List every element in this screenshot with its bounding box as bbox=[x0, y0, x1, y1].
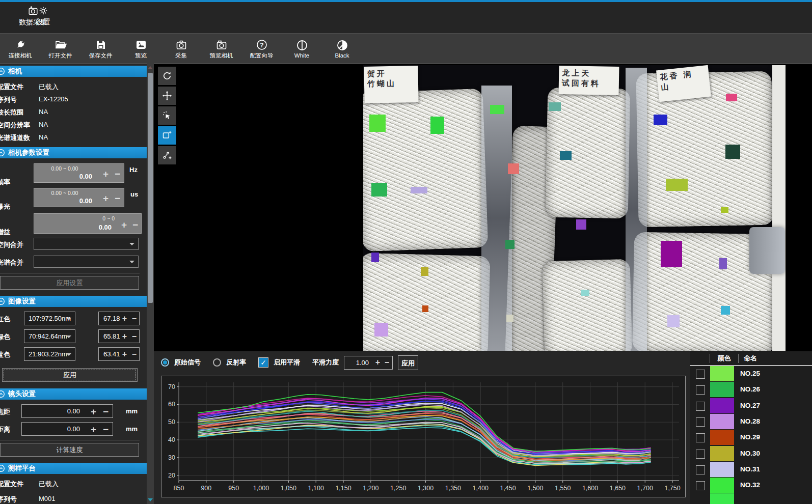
roi-rect[interactable] bbox=[371, 253, 379, 262]
roi-visibility-checkbox[interactable] bbox=[696, 385, 705, 395]
add-roi-tool-button[interactable] bbox=[158, 126, 176, 145]
roi-rect[interactable] bbox=[421, 267, 428, 276]
increment-button[interactable]: + bbox=[91, 407, 96, 416]
red-gain-input[interactable]: 67.18 + − bbox=[98, 312, 140, 325]
roi-rect[interactable] bbox=[422, 305, 428, 312]
apply-image-settings-button[interactable]: 应用 bbox=[2, 368, 138, 382]
roi-color-swatch[interactable] bbox=[710, 430, 734, 445]
roi-rect[interactable] bbox=[667, 315, 680, 327]
roi-visibility-checkbox[interactable] bbox=[696, 450, 705, 459]
roi-visibility-checkbox[interactable] bbox=[696, 370, 705, 379]
section-header-camera-params[interactable]: 相机参数设置 bbox=[0, 147, 147, 158]
enable-smoothing-checkbox[interactable]: ✓ bbox=[258, 357, 268, 368]
increment-button[interactable]: + bbox=[121, 220, 127, 230]
roi-rect[interactable] bbox=[666, 179, 688, 191]
decrement-button[interactable]: − bbox=[103, 425, 109, 434]
roi-rect[interactable] bbox=[661, 241, 682, 267]
decrement-button[interactable]: − bbox=[132, 220, 138, 230]
capture-button[interactable]: 采集 bbox=[161, 36, 201, 62]
roi-color-swatch[interactable] bbox=[710, 366, 734, 381]
roi-color-swatch[interactable] bbox=[710, 382, 734, 397]
decrement-button[interactable]: − bbox=[132, 332, 137, 341]
green-band-select[interactable]: 70:942.64nm bbox=[24, 329, 75, 343]
focal-length-input[interactable]: 0.00 + − bbox=[21, 404, 113, 418]
green-gain-input[interactable]: 65.81 + − bbox=[98, 329, 140, 343]
roi-rect[interactable] bbox=[506, 315, 513, 322]
red-band-select[interactable]: 107:972.50nm bbox=[24, 312, 75, 325]
gain-input[interactable]: 0 ~ 0 0.00 + − bbox=[34, 213, 142, 234]
section-header-camera[interactable]: 相机 bbox=[0, 66, 147, 77]
section-header-image-settings[interactable]: 图像设置 bbox=[0, 296, 147, 307]
blue-band-select[interactable]: 21:903.22nm bbox=[24, 347, 75, 361]
roi-color-swatch[interactable] bbox=[710, 446, 734, 461]
roi-rect[interactable] bbox=[721, 207, 728, 213]
add-polyline-tool-button[interactable] bbox=[158, 146, 176, 164]
roi-rect[interactable] bbox=[654, 115, 667, 125]
pan-tool-button[interactable] bbox=[158, 87, 176, 105]
roi-rect[interactable] bbox=[490, 105, 504, 114]
roi-color-swatch[interactable] bbox=[710, 478, 734, 493]
reflectance-radio[interactable] bbox=[213, 358, 221, 367]
exposure-input[interactable]: 0.00 ~ 0.00 0.00 + − bbox=[34, 188, 124, 207]
roi-rect[interactable] bbox=[726, 94, 737, 101]
sidebar-scrollbar[interactable] bbox=[147, 64, 154, 504]
roi-rect[interactable] bbox=[725, 145, 740, 159]
roi-visibility-checkbox[interactable] bbox=[696, 402, 705, 411]
roi-rect[interactable] bbox=[549, 102, 561, 111]
save-file-button[interactable]: 保存文件 bbox=[80, 36, 121, 62]
increment-button[interactable]: + bbox=[103, 193, 109, 203]
distance-input[interactable]: 0.00 + − bbox=[21, 422, 113, 436]
blue-gain-input[interactable]: 63.41 + − bbox=[98, 347, 140, 361]
increment-button[interactable]: + bbox=[122, 315, 127, 323]
roi-rect[interactable] bbox=[560, 151, 572, 160]
roi-color-swatch[interactable] bbox=[710, 398, 734, 413]
smoothing-strength-input[interactable]: 1.00 + − bbox=[344, 356, 393, 370]
connect-camera-button[interactable]: 连接相机 bbox=[0, 36, 40, 62]
white-calibration-button[interactable]: White bbox=[282, 36, 322, 62]
spatial-binning-select[interactable] bbox=[34, 238, 139, 250]
roi-color-swatch[interactable] bbox=[710, 414, 734, 429]
apply-smoothing-button[interactable]: 应用 bbox=[398, 355, 418, 370]
refresh-view-button[interactable] bbox=[158, 67, 176, 85]
decrement-button[interactable]: − bbox=[115, 193, 120, 203]
roi-rect[interactable] bbox=[371, 183, 387, 197]
increment-button[interactable]: + bbox=[103, 169, 109, 179]
apply-camera-settings-button[interactable]: 应用设置 bbox=[0, 276, 139, 290]
roi-rect[interactable] bbox=[505, 240, 515, 249]
section-header-lens[interactable]: 镜头设置 bbox=[0, 388, 147, 400]
roi-rect[interactable] bbox=[430, 117, 444, 134]
roi-visibility-checkbox[interactable] bbox=[696, 433, 705, 442]
calculate-speed-button[interactable]: 计算速度 bbox=[0, 443, 139, 457]
roi-rect[interactable] bbox=[411, 187, 427, 193]
roi-color-swatch[interactable] bbox=[710, 462, 734, 477]
increment-button[interactable]: + bbox=[122, 350, 127, 358]
scrollbar-thumb[interactable] bbox=[148, 73, 153, 303]
spectral-binning-select[interactable] bbox=[34, 256, 139, 268]
raw-signal-radio[interactable] bbox=[161, 358, 169, 367]
decrement-button[interactable]: − bbox=[132, 315, 137, 323]
section-header-platform[interactable]: 测样平台 bbox=[0, 463, 147, 474]
roi-rect[interactable] bbox=[369, 115, 386, 132]
pixel-pick-tool-button[interactable] bbox=[158, 106, 176, 125]
preview-camera-button[interactable]: 预览相机 bbox=[201, 36, 241, 62]
decrement-button[interactable]: − bbox=[115, 169, 120, 179]
decrement-button[interactable]: − bbox=[132, 350, 137, 358]
roi-rect[interactable] bbox=[508, 163, 519, 174]
preview-button[interactable]: 预览 bbox=[121, 36, 161, 62]
frame-rate-input[interactable]: 0.00 ~ 0.00 0.00 + − bbox=[34, 163, 124, 183]
roi-visibility-checkbox[interactable] bbox=[696, 417, 705, 427]
decrement-button[interactable]: − bbox=[385, 358, 389, 367]
config-wizard-button[interactable]: ? 配置向导 bbox=[241, 36, 282, 62]
roi-rect[interactable] bbox=[374, 323, 388, 337]
roi-visibility-checkbox[interactable] bbox=[696, 465, 705, 474]
roi-visibility-checkbox[interactable] bbox=[696, 481, 705, 490]
open-file-button[interactable]: 打开文件 bbox=[40, 36, 80, 62]
roi-rect[interactable] bbox=[719, 258, 727, 269]
increment-button[interactable]: + bbox=[375, 358, 380, 367]
roi-color-swatch[interactable] bbox=[710, 493, 734, 504]
roi-rect[interactable] bbox=[576, 219, 586, 230]
scroll-up-arrow[interactable] bbox=[148, 66, 153, 69]
roi-rect[interactable] bbox=[581, 290, 589, 296]
black-calibration-button[interactable]: Black bbox=[322, 36, 362, 62]
roi-rect[interactable] bbox=[721, 306, 730, 315]
